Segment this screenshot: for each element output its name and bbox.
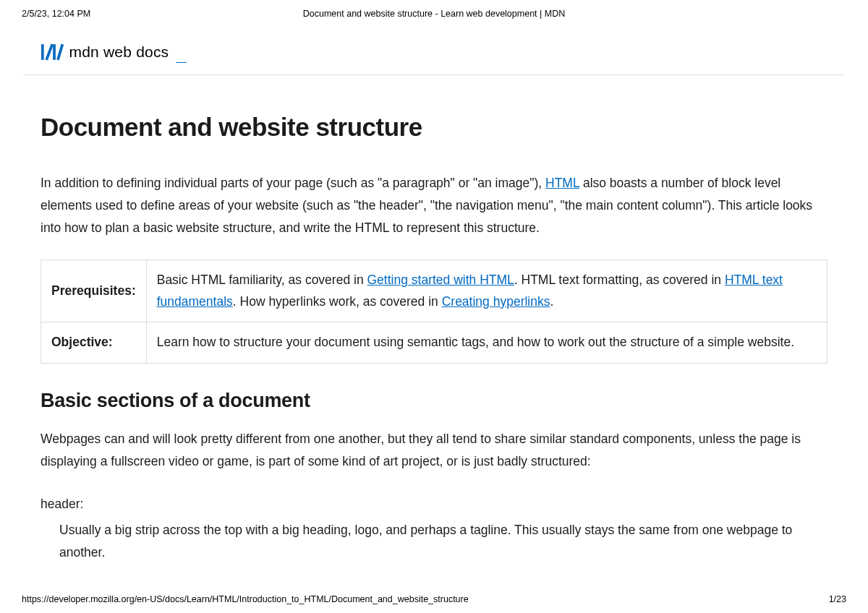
prerequisites-label: Prerequisites:: [41, 260, 147, 322]
section-paragraph: Webpages can and will look pretty differ…: [41, 428, 827, 473]
page-title: Document and website structure: [41, 113, 827, 142]
definition-list: header: Usually a big strip across the t…: [41, 493, 827, 563]
objective-label: Objective:: [41, 322, 147, 364]
logo-text: mdn web docs: [69, 43, 169, 61]
print-footer: https://developer.mozilla.org/en-US/docs…: [22, 594, 846, 604]
table-row: Objective: Learn how to structure your d…: [41, 322, 827, 364]
mdn-logo-icon: [40, 43, 64, 61]
print-header: 2/5/23, 12:04 PM Document and website st…: [0, 0, 868, 19]
print-title: Document and website structure - Learn w…: [0, 9, 868, 19]
intro-paragraph: In addition to defining individual parts…: [41, 172, 827, 239]
mdn-logo[interactable]: mdn web docs _: [40, 40, 187, 63]
link-getting-started[interactable]: Getting started with HTML: [367, 273, 514, 287]
print-timestamp: 2/5/23, 12:04 PM: [22, 9, 90, 19]
prerequisites-value: Basic HTML familiarity, as covered in Ge…: [146, 260, 827, 322]
print-url: https://developer.mozilla.org/en-US/docs…: [22, 594, 469, 604]
objective-value: Learn how to structure your document usi…: [146, 322, 827, 364]
table-row: Prerequisites: Basic HTML familiarity, a…: [41, 260, 827, 322]
meta-table: Prerequisites: Basic HTML familiarity, a…: [41, 260, 827, 364]
definition-header: Usually a big strip across the top with …: [59, 519, 827, 564]
section-heading: Basic sections of a document: [41, 390, 827, 412]
article-content: Document and website structure In additi…: [0, 75, 868, 564]
link-creating-hyperlinks[interactable]: Creating hyperlinks: [442, 294, 550, 309]
logo-cursor: _: [176, 43, 186, 66]
logo-bar: mdn web docs _: [0, 19, 868, 74]
link-html[interactable]: HTML: [545, 176, 579, 190]
term-header: header:: [41, 493, 827, 515]
print-page-number: 1/23: [829, 594, 846, 604]
